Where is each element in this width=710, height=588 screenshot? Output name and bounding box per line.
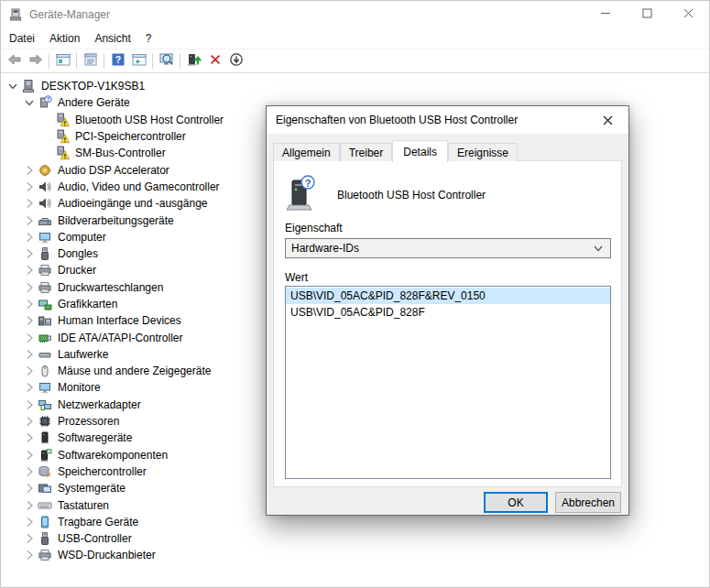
disable-device-button[interactable] xyxy=(225,50,246,71)
maximize-button[interactable] xyxy=(627,1,668,28)
warning-device-icon xyxy=(54,113,70,127)
value-listbox[interactable]: USB\VID_05AC&PID_828F&REV_0150USB\VID_05… xyxy=(285,286,611,479)
chevron-collapsed-icon[interactable] xyxy=(21,297,37,311)
speaker-icon xyxy=(37,180,52,194)
value-list-item[interactable]: USB\VID_05AC&PID_828F&REV_0150 xyxy=(286,288,610,304)
menu-aktion[interactable]: Aktion xyxy=(42,29,87,48)
device-header: ? Bluetooth USB Host Controller xyxy=(285,176,611,214)
keyboard-icon xyxy=(37,498,52,513)
tree-item-label: Drucker xyxy=(56,263,98,278)
chevron-collapsed-icon[interactable] xyxy=(21,230,37,245)
tree-item[interactable]: USB-Controller xyxy=(2,530,708,547)
show-console-tree-button[interactable] xyxy=(52,50,73,71)
menu-help[interactable]: ? xyxy=(138,29,159,48)
show-action-pane-button[interactable] xyxy=(128,50,149,71)
details-tab-page: ? Bluetooth USB Host Controller Eigensch… xyxy=(273,160,622,487)
help-button[interactable]: ? xyxy=(107,50,128,71)
chevron-collapsed-icon[interactable] xyxy=(21,313,37,328)
chevron-collapsed-icon[interactable] xyxy=(21,263,37,278)
gpu-icon xyxy=(37,297,52,311)
portable-icon xyxy=(37,515,52,529)
chevron-collapsed-icon[interactable] xyxy=(21,414,37,429)
chevron-collapsed-icon[interactable] xyxy=(21,515,37,529)
chevron-collapsed-icon[interactable] xyxy=(21,213,37,228)
help-icon: ? xyxy=(111,52,126,70)
dialog-titlebar: Eigenschaften von Bluetooth USB Host Con… xyxy=(267,106,628,134)
chevron-expanded-icon[interactable] xyxy=(5,79,20,93)
tree-item[interactable]: WSD-Druckanbieter xyxy=(2,547,708,563)
system-icon xyxy=(37,481,52,495)
unknown-device-icon: ? xyxy=(37,95,52,110)
menu-datei[interactable]: Datei xyxy=(2,29,42,48)
tree-item-label: SM-Bus-Controller xyxy=(73,146,168,160)
back-button[interactable] xyxy=(4,50,25,71)
printer-icon xyxy=(37,263,52,278)
tree-item-label: Dongles xyxy=(56,246,100,261)
menu-ansicht[interactable]: Ansicht xyxy=(87,29,137,48)
ide-icon xyxy=(37,331,52,345)
toolbar-separator xyxy=(76,53,77,69)
tree-item-label: Mäuse und andere Zeigegeräte xyxy=(56,364,213,378)
tab-allgemein[interactable]: Allgemein xyxy=(273,143,340,161)
tab-treiber[interactable]: Treiber xyxy=(340,143,393,161)
tree-item-label: IDE ATA/ATAPI-Controller xyxy=(56,331,184,345)
dialog-close-button[interactable] xyxy=(587,106,628,134)
chevron-collapsed-icon[interactable] xyxy=(21,196,37,211)
device-name: Bluetooth USB Host Controller xyxy=(337,189,486,201)
property-label: Eigenschaft xyxy=(285,222,611,234)
chevron-collapsed-icon[interactable] xyxy=(21,246,37,261)
chevron-collapsed-icon[interactable] xyxy=(21,548,37,562)
cancel-button[interactable]: Abbrechen xyxy=(555,492,621,513)
chevron-collapsed-icon[interactable] xyxy=(21,397,37,412)
scan-hardware-changes-button[interactable] xyxy=(156,50,177,71)
close-button[interactable] xyxy=(668,1,709,28)
tree-item[interactable]: DESKTOP-V1K9SB1 xyxy=(2,78,708,94)
uninstall-icon xyxy=(208,52,223,70)
chevron-collapsed-icon[interactable] xyxy=(21,531,37,546)
tree-item-label: Prozessoren xyxy=(56,414,121,429)
chevron-collapsed-icon[interactable] xyxy=(21,430,37,445)
svg-text:?: ? xyxy=(46,96,49,103)
tree-item-label: Netzwerkadapter xyxy=(56,397,143,412)
properties-button[interactable] xyxy=(80,50,101,71)
dialog-title: Eigenschaften von Bluetooth USB Host Con… xyxy=(276,114,518,126)
tree-item-label: PCI-Speichercontroller xyxy=(73,129,188,144)
tab-details[interactable]: Details xyxy=(392,140,448,162)
chevron-collapsed-icon[interactable] xyxy=(21,464,37,479)
chevron-collapsed-icon[interactable] xyxy=(21,481,37,495)
toolbar-separator xyxy=(152,53,153,69)
chevron-collapsed-icon[interactable] xyxy=(21,163,37,178)
tree-item-label: Softwarekomponenten xyxy=(56,448,169,463)
tree-item-label: Softwaregeräte xyxy=(56,430,134,445)
minimize-button[interactable] xyxy=(585,1,627,28)
forward-button[interactable] xyxy=(25,50,46,71)
chevron-collapsed-icon[interactable] xyxy=(21,280,37,295)
warning-device-icon xyxy=(54,146,70,160)
chevron-collapsed-icon[interactable] xyxy=(21,347,37,362)
action-pane-icon xyxy=(132,52,147,70)
chevron-collapsed-icon[interactable] xyxy=(21,498,37,513)
chevron-collapsed-icon[interactable] xyxy=(21,364,37,378)
chevron-collapsed-icon[interactable] xyxy=(21,180,37,194)
update-driver-button[interactable] xyxy=(183,50,204,71)
tree-item-label: USB-Controller xyxy=(56,531,134,546)
tab-ereignisse[interactable]: Ereignisse xyxy=(448,143,518,161)
printer-icon xyxy=(37,548,52,562)
property-dropdown[interactable]: Hardware-IDs xyxy=(285,238,611,258)
tree-item-label: Human Interface Devices xyxy=(56,313,183,328)
computer-icon xyxy=(20,79,36,93)
tree-item[interactable]: Tragbare Geräte xyxy=(2,514,708,530)
ok-button[interactable]: OK xyxy=(484,492,548,513)
chevron-collapsed-icon[interactable] xyxy=(21,380,37,395)
chevron-collapsed-icon[interactable] xyxy=(21,331,37,345)
mouse-icon xyxy=(37,364,52,378)
toolbar-separator xyxy=(180,53,180,69)
value-list-item[interactable]: USB\VID_05AC&PID_828F xyxy=(286,304,610,321)
main-titlebar: Geräte-Manager xyxy=(1,1,709,28)
chevron-collapsed-icon[interactable] xyxy=(21,448,37,463)
chevron-expanded-icon[interactable] xyxy=(21,95,37,110)
properties-dialog: Eigenschaften von Bluetooth USB Host Con… xyxy=(266,105,629,516)
tree-item-label: Audio, Video und Gamecontroller xyxy=(56,180,222,194)
uninstall-device-button[interactable] xyxy=(204,50,225,71)
software-component-icon xyxy=(37,448,52,463)
